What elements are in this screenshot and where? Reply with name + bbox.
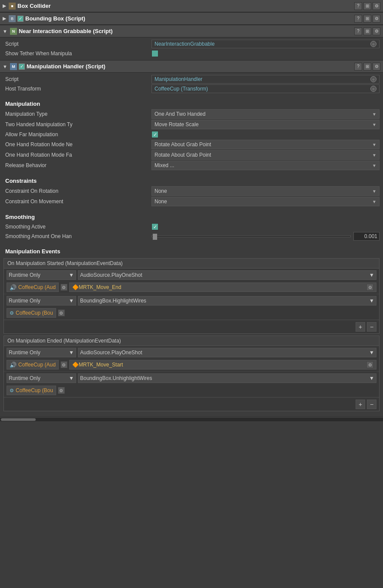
ended-remove-button[interactable]: − — [367, 400, 376, 409]
ended-object-gear-2[interactable]: ⚙ — [58, 387, 65, 394]
started-runtime-dropdown-1[interactable]: Runtime Only ▼ — [7, 270, 76, 280]
started-ref-1[interactable]: 🔶MRTK_Move_End ⚙ — [69, 282, 376, 292]
started-event-row-2: Runtime Only ▼ BoundingBox.HighlightWire… — [4, 294, 379, 320]
manipulation-handler-enable-checkbox[interactable]: ✓ — [19, 64, 25, 70]
bounding-box-enable-checkbox[interactable]: ✓ — [17, 16, 24, 22]
manipulation-handler-actions: ? ⊞ ⚙ — [354, 63, 380, 71]
manipulation-type-dropdown[interactable]: One And Two Handed ▼ — [151, 109, 380, 119]
gear-icon-2: ⚙ — [10, 310, 14, 316]
smoothing-section-title: Smoothing — [3, 210, 380, 222]
ended-ref-1[interactable]: 🔶MRTK_Move_Start ⚙ — [69, 360, 376, 370]
release-behavior-text: Mixed ... — [155, 162, 174, 168]
bounding-box-gear[interactable]: ⚙ — [373, 15, 380, 23]
near-interaction-body: Script NearInteractionGrabbable ○ Show T… — [0, 37, 383, 60]
started-remove-button[interactable]: − — [367, 322, 376, 332]
near-interaction-tether-checkbox[interactable] — [151, 50, 158, 57]
started-add-remove-row: + − — [4, 320, 379, 333]
ended-action-text-1: AudioSource.PlayOneShot — [80, 349, 142, 356]
ended-runtime-arrow-1: ▼ — [69, 349, 74, 356]
release-behavior-label: Release Behavior — [3, 162, 151, 168]
horizontal-scrollbar[interactable] — [0, 417, 383, 421]
one-hand-far-text: Rotate About Grab Point — [155, 152, 211, 158]
bounding-box-collapse[interactable]: ▶ — [3, 16, 6, 21]
smoothing-amount-row: Smoothing Amount One Han 0.001 — [3, 232, 380, 241]
box-collider-expand[interactable]: ⊞ — [363, 2, 371, 10]
started-ref-gear-1[interactable]: ⚙ — [366, 284, 373, 291]
near-interaction-gear[interactable]: ⚙ — [373, 27, 380, 35]
ended-object-btn-2[interactable]: ⚙ CoffeeCup (Bou — [7, 386, 56, 395]
started-runtime-dropdown-2[interactable]: Runtime Only ▼ — [7, 296, 76, 306]
box-collider-collapse[interactable]: ▶ — [3, 3, 6, 9]
ended-add-button[interactable]: + — [356, 400, 365, 409]
ended-action-dropdown-2[interactable]: BoundingBox.UnhighlightWires ▼ — [78, 373, 376, 383]
release-behavior-dropdown[interactable]: Mixed ... ▼ — [151, 161, 380, 170]
started-object-gear-1[interactable]: ⚙ — [60, 284, 67, 291]
near-interaction-help[interactable]: ? — [354, 27, 362, 35]
smoothing-active-checkbox[interactable]: ✓ — [151, 223, 158, 230]
one-hand-far-dropdown[interactable]: Rotate About Grab Point ▼ — [151, 150, 380, 160]
ended-event-row-1-top: Runtime Only ▼ AudioSource.PlayOneShot ▼ — [4, 346, 379, 359]
ended-action-arrow-2: ▼ — [369, 375, 374, 381]
scrollbar-thumb[interactable] — [1, 418, 36, 421]
release-behavior-arrow: ▼ — [372, 163, 376, 168]
manipulation-handler-header: ▼ M ✓ Manipulation Handler (Script) ? ⊞ … — [0, 60, 383, 73]
events-section-title: Manipulation Events — [3, 245, 380, 256]
manipulation-handler-expand[interactable]: ⊞ — [363, 63, 371, 71]
manipulation-handler-collapse[interactable]: ▼ — [3, 64, 7, 69]
constraint-rotation-dropdown[interactable]: None ▼ — [151, 186, 380, 196]
constraint-movement-dropdown[interactable]: None ▼ — [151, 197, 380, 206]
started-action-dropdown-2[interactable]: BoundingBox.HighlightWires ▼ — [78, 296, 376, 306]
ended-ref-gear-1[interactable]: ⚙ — [366, 361, 373, 368]
ended-action-dropdown-1[interactable]: AudioSource.PlayOneShot ▼ — [78, 348, 376, 357]
manipulation-script-picker[interactable]: ○ — [370, 76, 376, 82]
two-handed-type-row: Two Handed Manipulation Ty Move Rotate S… — [3, 119, 380, 130]
smoothing-amount-label: Smoothing Amount One Han — [3, 233, 151, 239]
smoothing-amount-display[interactable]: 0.001 — [353, 232, 380, 241]
speaker-icon-ended-1: 🔊 — [10, 362, 17, 368]
started-ref-text-1: 🔶MRTK_Move_End — [72, 284, 121, 290]
box-collider-help[interactable]: ? — [354, 2, 362, 10]
two-handed-type-dropdown[interactable]: Move Rotate Scale ▼ — [151, 120, 380, 129]
bounding-box-help[interactable]: ? — [354, 15, 362, 23]
manipulation-ended-header: On Manipulation Ended (ManipulationEvent… — [3, 336, 380, 346]
speaker-icon-1: 🔊 — [10, 284, 17, 291]
allow-far-checkbox[interactable]: ✓ — [151, 131, 158, 138]
started-runtime-text-2: Runtime Only — [9, 298, 40, 304]
started-event-row-2-top: Runtime Only ▼ BoundingBox.HighlightWire… — [4, 294, 379, 307]
ended-runtime-dropdown-1[interactable]: Runtime Only ▼ — [7, 348, 76, 357]
host-transform-picker[interactable]: ○ — [370, 86, 376, 92]
bounding-box-icon: B — [9, 15, 16, 22]
bounding-box-expand[interactable]: ⊞ — [363, 15, 371, 23]
started-object-gear-2[interactable]: ⚙ — [58, 309, 65, 316]
near-interaction-tether-label: Show Tether When Manipula — [3, 50, 151, 57]
ended-object-btn-1[interactable]: 🔊 CoffeeCup (Aud — [7, 360, 59, 370]
constraint-rotation-label: Constraint On Rotation — [3, 188, 151, 194]
near-interaction-script-text: NearInteractionGrabbable — [155, 41, 215, 47]
near-interaction-expand[interactable]: ⊞ — [363, 27, 371, 35]
manipulation-script-label: Script — [3, 76, 151, 82]
one-hand-near-dropdown[interactable]: Rotate About Grab Point ▼ — [151, 140, 380, 149]
host-transform-field[interactable]: CoffeeCup (Transform) ○ — [151, 84, 380, 93]
near-interaction-collapse[interactable]: ▼ — [3, 29, 7, 34]
ended-object-gear-1[interactable]: ⚙ — [60, 361, 67, 368]
box-collider-gear[interactable]: ⚙ — [373, 2, 380, 10]
ended-add-remove-row: + − — [4, 397, 379, 411]
ended-runtime-dropdown-2[interactable]: Runtime Only ▼ — [7, 373, 76, 383]
near-interaction-actions: ? ⊞ ⚙ — [354, 27, 380, 35]
allow-far-label: Allow Far Manipulation — [3, 131, 151, 138]
smoothing-slider-handle[interactable] — [153, 234, 157, 240]
manipulation-handler-icon: M — [10, 63, 17, 70]
manipulation-script-row: Script ManipulationHandler ○ — [3, 74, 380, 84]
manipulation-handler-help[interactable]: ? — [354, 63, 362, 71]
near-interaction-script-field[interactable]: NearInteractionGrabbable ○ — [151, 40, 380, 48]
started-object-btn-1[interactable]: 🔊 CoffeeCup (Aud — [7, 282, 59, 292]
near-interaction-tether-value — [151, 50, 380, 57]
manipulation-handler-gear[interactable]: ⚙ — [373, 63, 380, 71]
smoothing-slider-track[interactable] — [151, 235, 351, 237]
two-handed-type-label: Two Handed Manipulation Ty — [3, 121, 151, 128]
started-add-button[interactable]: + — [356, 322, 365, 332]
manipulation-script-field[interactable]: ManipulationHandler ○ — [151, 75, 380, 84]
started-object-btn-2[interactable]: ⚙ CoffeeCup (Bou — [7, 308, 56, 318]
started-action-dropdown-1[interactable]: AudioSource.PlayOneShot ▼ — [78, 270, 376, 280]
near-interaction-script-picker[interactable]: ○ — [370, 41, 376, 47]
